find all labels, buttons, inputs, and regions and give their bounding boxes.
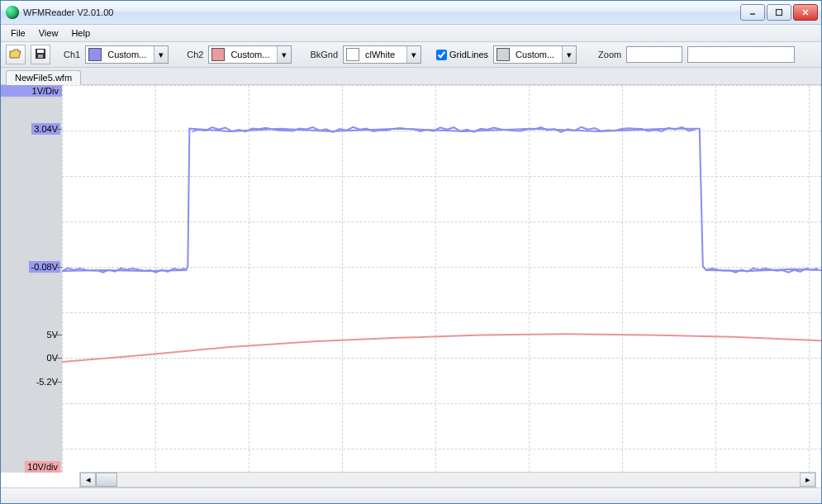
minimize-button[interactable] xyxy=(740,4,765,21)
ch1-color-swatch xyxy=(88,48,102,61)
ch2-label: Ch2 xyxy=(187,50,203,59)
tab-file[interactable]: NewFile5.wfm xyxy=(6,70,81,85)
menu-help[interactable]: Help xyxy=(64,26,97,40)
y-axis-tick xyxy=(52,335,62,335)
statusbar xyxy=(1,487,821,503)
waveform-plot[interactable] xyxy=(62,85,821,473)
y-axis-tick xyxy=(52,267,62,268)
scroll-left-button[interactable]: ◂ xyxy=(80,473,96,487)
horizontal-scrollbar[interactable]: ◂ ▸ xyxy=(79,472,816,487)
ch2-scale-badge: 10V/div xyxy=(25,461,60,473)
chevron-down-icon: ▾ xyxy=(277,46,291,63)
waveform-svg xyxy=(62,85,821,473)
grid-color-swatch xyxy=(497,48,510,61)
app-icon xyxy=(6,6,19,19)
svg-rect-6 xyxy=(38,55,43,58)
waveform-ch2 xyxy=(62,334,821,362)
bg-color-swatch xyxy=(346,48,359,61)
grid-color-text: Custom... xyxy=(512,50,562,59)
gridlines-checkbox-input[interactable] xyxy=(436,50,447,60)
close-button[interactable] xyxy=(793,4,818,21)
zoom-label: Zoom xyxy=(598,50,621,59)
tabstrip: NewFile5.wfm xyxy=(1,68,821,85)
ch1-scale-badge: 1V/Div xyxy=(1,85,62,97)
window-title: WFMReader V2.01.00 xyxy=(23,7,740,17)
app-window: WFMReader V2.01.00 File View Help xyxy=(0,0,822,504)
gridlines-checkbox-label: GridLines xyxy=(449,50,488,59)
menu-file[interactable]: File xyxy=(4,26,32,40)
y-axis-tick xyxy=(52,382,62,383)
menubar: File View Help xyxy=(1,25,821,42)
bg-color-combo[interactable]: clWhite ▾ xyxy=(343,45,421,64)
grid-color-combo[interactable]: Custom... ▾ xyxy=(493,45,577,64)
open-button[interactable] xyxy=(6,45,26,64)
y-axis-tick xyxy=(52,358,62,359)
save-icon xyxy=(35,48,46,61)
chevron-down-icon: ▾ xyxy=(154,46,168,63)
waveform-ch1 xyxy=(62,129,821,271)
y-axis-gutter: 1V/Div 3.04V-0.08V5V0V-5.2V10V/div xyxy=(1,85,62,473)
zoom-y-input[interactable] xyxy=(687,46,795,63)
titlebar: WFMReader V2.01.00 xyxy=(1,1,821,25)
chart-area: 1V/Div 3.04V-0.08V5V0V-5.2V10V/div ◂ ▸ xyxy=(1,85,821,487)
scroll-thumb[interactable] xyxy=(96,473,117,487)
ch2-color-swatch xyxy=(211,48,225,61)
window-buttons xyxy=(740,4,818,21)
maximize-button[interactable] xyxy=(767,4,791,21)
chevron-down-icon: ▾ xyxy=(562,46,576,63)
bg-label: BkGnd xyxy=(310,50,338,59)
chevron-down-icon: ▾ xyxy=(406,46,421,63)
ch2-color-text: Custom... xyxy=(227,50,277,59)
save-button[interactable] xyxy=(31,45,50,64)
ch1-color-combo[interactable]: Custom... ▾ xyxy=(85,45,169,64)
y-axis-tick xyxy=(52,129,62,130)
gridlines-checkbox[interactable]: GridLines xyxy=(436,50,488,60)
ch1-color-text: Custom... xyxy=(104,50,154,59)
scroll-right-button[interactable]: ▸ xyxy=(800,473,815,487)
svg-rect-1 xyxy=(777,10,782,16)
zoom-x-input[interactable] xyxy=(626,46,682,63)
ch2-color-combo[interactable]: Custom... ▾ xyxy=(208,45,292,64)
svg-rect-5 xyxy=(37,50,44,53)
ch1-label: Ch1 xyxy=(64,50,80,59)
scroll-track[interactable] xyxy=(96,473,800,487)
toolbar: Ch1 Custom... ▾ Ch2 Custom... ▾ BkGnd cl… xyxy=(1,42,821,68)
menu-view[interactable]: View xyxy=(32,26,65,40)
folder-open-icon xyxy=(9,48,22,61)
bg-color-text: clWhite xyxy=(362,50,406,59)
